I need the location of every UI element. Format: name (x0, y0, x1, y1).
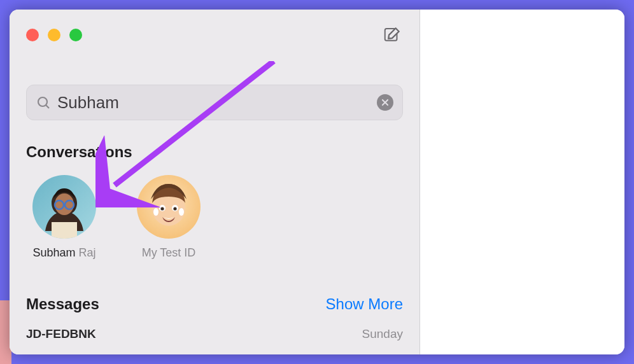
svg-line-2 (46, 105, 49, 108)
clear-search-button[interactable] (377, 94, 393, 111)
svg-point-14 (153, 208, 158, 216)
search-input[interactable] (57, 93, 370, 113)
close-icon (381, 98, 390, 107)
fullscreen-button[interactable] (69, 29, 82, 41)
search-field[interactable] (26, 85, 403, 120)
sidebar: Conversations (10, 10, 420, 354)
messages-heading: Messages (26, 295, 99, 313)
window-controls (26, 29, 82, 41)
message-sender: JD-FEDBNK (26, 327, 96, 341)
avatar (137, 175, 201, 239)
svg-point-13 (173, 207, 176, 210)
label-rest: My Test ID (142, 246, 196, 259)
person-photo-icon (32, 178, 96, 239)
conversation-label: Subham Raj (32, 246, 95, 260)
svg-point-12 (160, 207, 164, 210)
messages-header: Messages Show More (26, 295, 403, 313)
app-layout: Conversations (10, 10, 624, 354)
svg-point-15 (179, 208, 184, 216)
svg-point-1 (38, 97, 47, 106)
close-button[interactable] (26, 29, 39, 41)
show-more-link[interactable]: Show More (326, 295, 403, 313)
conversations-list: Subham Raj (26, 175, 403, 260)
minimize-button[interactable] (48, 29, 60, 41)
memoji-icon (137, 175, 201, 239)
titlebar (26, 21, 403, 49)
label-rest: Raj (76, 246, 96, 259)
compose-button[interactable] (381, 24, 403, 46)
message-time: Sunday (362, 327, 403, 341)
compose-icon (383, 25, 402, 45)
message-row[interactable]: JD-FEDBNK Sunday (26, 327, 403, 341)
avatar (32, 175, 96, 239)
conversation-item[interactable]: Subham Raj (26, 175, 102, 260)
conversations-heading: Conversations (26, 143, 403, 161)
conversation-label: My Test ID (142, 246, 196, 260)
label-highlight: Subham (32, 246, 75, 259)
conversation-pane (420, 10, 624, 354)
conversation-item[interactable]: My Test ID (130, 175, 207, 260)
search-icon (36, 95, 51, 110)
app-window: Conversations (10, 10, 624, 354)
